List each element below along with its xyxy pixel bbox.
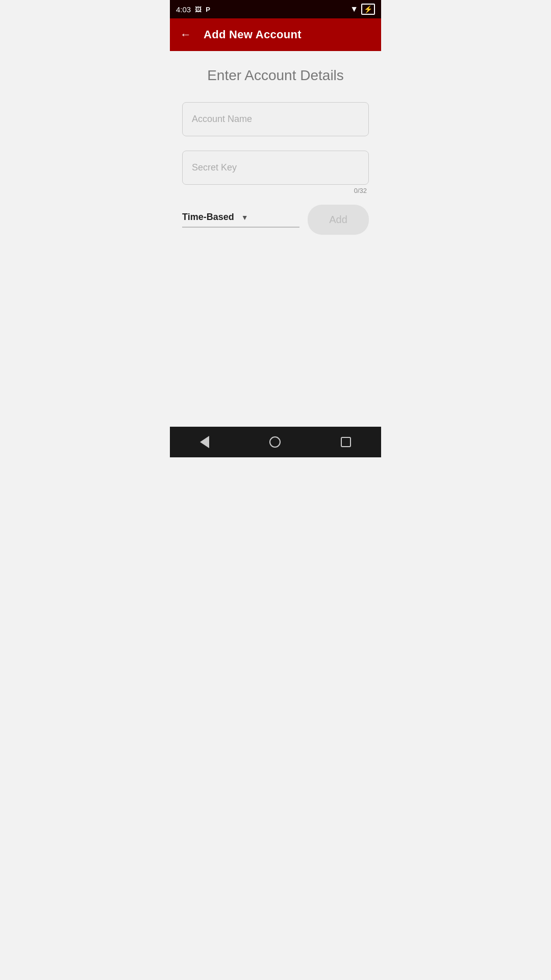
parking-icon: P bbox=[206, 6, 210, 13]
photo-icon: 🖼 bbox=[195, 6, 202, 13]
nav-recent-button[interactable] bbox=[329, 433, 363, 451]
type-selector-label: Time-Based bbox=[182, 212, 234, 223]
nav-home-button[interactable] bbox=[257, 432, 293, 452]
recent-square-icon bbox=[341, 437, 351, 447]
secret-key-container bbox=[182, 151, 369, 185]
account-name-input[interactable] bbox=[182, 102, 369, 136]
home-circle-icon bbox=[269, 436, 281, 448]
char-count: 0/32 bbox=[182, 187, 369, 194]
bottom-row: Time-Based ▼ Add bbox=[182, 205, 369, 235]
battery-icon: ⚡ bbox=[361, 4, 375, 15]
nav-bar bbox=[170, 427, 381, 457]
page-title: Enter Account Details bbox=[182, 67, 369, 84]
chevron-down-icon: ▼ bbox=[241, 213, 248, 222]
status-time: 4:03 bbox=[176, 5, 191, 14]
status-bar-left: 4:03 🖼 P bbox=[176, 5, 210, 14]
secret-key-input[interactable] bbox=[182, 151, 369, 185]
back-triangle-icon bbox=[200, 436, 209, 448]
nav-back-button[interactable] bbox=[188, 432, 221, 452]
add-button[interactable]: Add bbox=[308, 205, 369, 235]
app-bar-title: Add New Account bbox=[204, 28, 302, 41]
type-selector-dropdown[interactable]: Time-Based ▼ bbox=[182, 212, 299, 228]
status-bar-right: ▼ ⚡ bbox=[350, 4, 375, 15]
back-button[interactable]: ← bbox=[178, 26, 193, 43]
app-bar: ← Add New Account bbox=[170, 18, 381, 51]
main-content: Enter Account Details 0/32 Time-Based ▼ … bbox=[170, 51, 381, 427]
status-bar: 4:03 🖼 P ▼ ⚡ bbox=[170, 0, 381, 18]
wifi-icon: ▼ bbox=[350, 5, 358, 14]
